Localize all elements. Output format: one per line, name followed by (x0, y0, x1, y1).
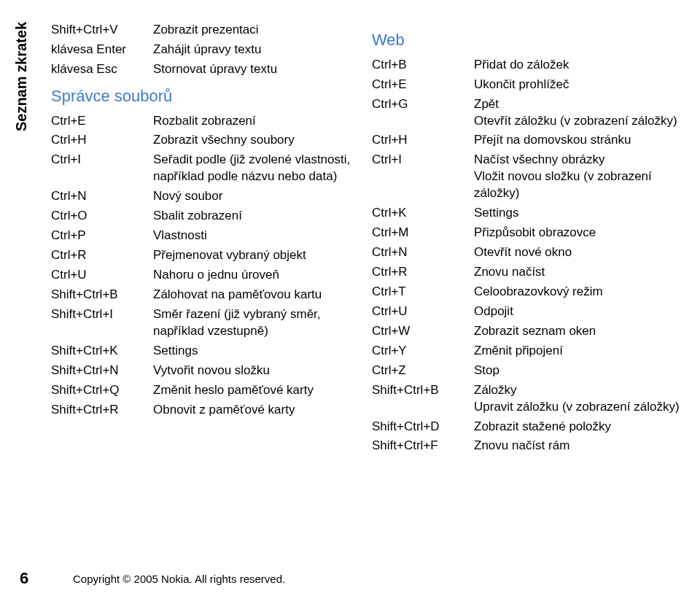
shortcut-key: Shift+Ctrl+R (51, 402, 153, 419)
shortcut-row: klávesa EnterZahájit úpravy textu (51, 42, 365, 58)
shortcut-desc: Přizpůsobit obrazovce (474, 225, 685, 241)
shortcut-row: Ctrl+ERozbalit zobrazení (51, 113, 365, 130)
shortcut-desc: Stop (474, 363, 685, 379)
shortcut-key: Shift+Ctrl+I (51, 306, 153, 340)
shortcut-row: Ctrl+UOdpojit (372, 303, 685, 320)
shortcut-row: Ctrl+NOtevřít nové okno (372, 244, 685, 261)
shortcut-key: Shift+Ctrl+V (51, 22, 153, 39)
shortcut-row: Ctrl+WZobrazit seznam oken (372, 323, 685, 340)
shortcut-key: Ctrl+H (372, 132, 474, 149)
shortcut-key: Ctrl+G (372, 96, 474, 130)
shortcut-desc: Přejít na domovskou stránku (474, 132, 685, 149)
shortcut-row: Ctrl+YZměnit připojení (372, 343, 685, 360)
shortcut-row: Shift+Ctrl+KSettings (51, 343, 365, 360)
shortcut-row: Shift+Ctrl+FZnovu načíst rám (372, 438, 685, 454)
section-web: Web (372, 29, 685, 51)
shortcut-row: Shift+Ctrl+BZálohovat na paměťovou kartu (51, 287, 365, 303)
shortcut-key: Ctrl+W (372, 323, 474, 340)
shortcut-row: klávesa EscStornovat úpravy textu (51, 61, 365, 78)
section-file-manager: Správce souborů (51, 85, 365, 107)
footer-copyright: Copyright © 2005 Nokia. All rights reser… (73, 573, 285, 585)
shortcut-row: Ctrl+HPřejít na domovskou stránku (372, 132, 685, 149)
shortcut-desc: Nahoru o jednu úroveň (153, 267, 365, 284)
shortcut-key: Ctrl+T (372, 284, 474, 301)
shortcut-row: Shift+Ctrl+NVytvořit novou složku (51, 363, 365, 379)
shortcut-row: Ctrl+NNový soubor (51, 188, 365, 205)
shortcut-desc: Změnit heslo paměťové karty (153, 382, 365, 399)
shortcut-row: Shift+Ctrl+RObnovit z paměťové karty (51, 402, 365, 419)
shortcut-row: Shift+Ctrl+VZobrazit prezentaci (51, 22, 365, 39)
page: Seznam zkratek 6 Shift+Ctrl+VZobrazit pr… (0, 0, 700, 604)
shortcut-desc: Nový soubor (153, 188, 365, 205)
shortcut-desc: Zahájit úpravy textu (153, 42, 365, 58)
shortcut-desc: Otevřít nové okno (474, 244, 685, 261)
shortcut-row: Ctrl+MPřizpůsobit obrazovce (372, 225, 685, 241)
shortcut-key: Shift+Ctrl+D (372, 419, 474, 435)
shortcut-desc: Zálohovat na paměťovou kartu (153, 287, 365, 303)
shortcut-desc: Ukončit prohlížeč (474, 77, 685, 93)
shortcut-key: Shift+Ctrl+B (372, 382, 474, 416)
shortcut-desc: Načíst všechny obrázkyVložit novou složk… (474, 152, 685, 202)
shortcut-key: Ctrl+E (372, 77, 474, 93)
shortcut-key: Shift+Ctrl+Q (51, 382, 153, 399)
shortcut-desc: Celoobrazovkový režim (474, 284, 685, 301)
shortcut-row: Ctrl+TCeloobrazovkový režim (372, 284, 685, 301)
column-left: Shift+Ctrl+VZobrazit prezentaciklávesa E… (51, 22, 365, 457)
shortcut-desc: Seřadit podle (již zvolené vlastnosti, n… (153, 152, 365, 185)
shortcut-desc: Přidat do záložek (474, 57, 685, 74)
shortcut-desc: Obnovit z paměťové karty (153, 402, 365, 419)
shortcut-desc: Zobrazit seznam oken (474, 323, 685, 340)
shortcut-key: Ctrl+U (51, 267, 153, 284)
shortcut-desc: Znovu načíst rám (474, 438, 685, 454)
shortcut-row: Ctrl+INačíst všechny obrázkyVložit novou… (372, 152, 685, 202)
shortcut-key: Ctrl+Z (372, 363, 474, 379)
shortcut-key: Ctrl+N (51, 188, 153, 205)
shortcut-desc: Zobrazit stažené položky (474, 419, 685, 435)
shortcut-row: Shift+Ctrl+BZáložkyUpravit záložku (v zo… (372, 382, 685, 416)
shortcut-desc: Znovu načíst (474, 264, 685, 281)
shortcut-desc: Settings (153, 343, 365, 360)
shortcut-key: klávesa Enter (51, 42, 153, 58)
shortcut-key: klávesa Esc (51, 61, 153, 78)
shortcut-desc: Stornovat úpravy textu (153, 61, 365, 78)
shortcut-key: Ctrl+P (51, 228, 153, 244)
shortcut-row: Shift+Ctrl+QZměnit heslo paměťové karty (51, 382, 365, 399)
shortcut-row: Ctrl+EUkončit prohlížeč (372, 77, 685, 93)
content-columns: Shift+Ctrl+VZobrazit prezentaciklávesa E… (51, 22, 685, 457)
shortcut-desc: Rozbalit zobrazení (153, 113, 365, 130)
shortcut-row: Shift+Ctrl+DZobrazit stažené položky (372, 419, 685, 435)
shortcut-key: Shift+Ctrl+B (51, 287, 153, 303)
shortcut-row: Ctrl+UNahoru o jednu úroveň (51, 267, 365, 284)
shortcut-desc: Zobrazit všechny soubory (153, 132, 365, 149)
shortcut-desc: ZpětOtevřít záložku (v zobrazení záložky… (474, 96, 685, 130)
shortcut-key: Ctrl+U (372, 303, 474, 320)
page-number: 6 (13, 569, 35, 588)
shortcut-key: Ctrl+K (372, 205, 474, 222)
shortcut-row: Ctrl+RPřejmenovat vybraný objekt (51, 247, 365, 264)
shortcut-desc: Settings (474, 205, 685, 222)
shortcut-row: Ctrl+RZnovu načíst (372, 264, 685, 281)
shortcut-key: Ctrl+O (51, 208, 153, 225)
shortcut-row: Ctrl+KSettings (372, 205, 685, 222)
shortcut-desc: Změnit připojení (474, 343, 685, 360)
shortcut-desc: Zobrazit prezentaci (153, 22, 365, 39)
shortcut-desc: Vlastnosti (153, 228, 365, 244)
column-right: Web Ctrl+BPřidat do záložekCtrl+EUkončit… (372, 22, 685, 457)
shortcut-row: Ctrl+ISeřadit podle (již zvolené vlastno… (51, 152, 365, 185)
shortcut-row: Ctrl+HZobrazit všechny soubory (51, 132, 365, 149)
shortcut-key: Ctrl+H (51, 132, 153, 149)
shortcut-desc: Vytvořit novou složku (153, 363, 365, 379)
shortcut-desc: ZáložkyUpravit záložku (v zobrazení zálo… (474, 382, 685, 416)
side-label: Seznam zkratek (13, 22, 30, 131)
shortcut-row: Ctrl+BPřidat do záložek (372, 57, 685, 74)
shortcut-key: Ctrl+I (372, 152, 474, 202)
shortcut-key: Ctrl+E (51, 113, 153, 130)
shortcut-row: Shift+Ctrl+ISměr řazení (již vybraný smě… (51, 306, 365, 340)
shortcut-desc: Směr řazení (již vybraný směr, například… (153, 306, 365, 340)
shortcut-row: Ctrl+PVlastnosti (51, 228, 365, 244)
shortcut-key: Ctrl+R (372, 264, 474, 281)
shortcut-key: Shift+Ctrl+N (51, 363, 153, 379)
shortcut-key: Ctrl+R (51, 247, 153, 264)
shortcut-key: Shift+Ctrl+K (51, 343, 153, 360)
shortcut-key: Ctrl+M (372, 225, 474, 241)
